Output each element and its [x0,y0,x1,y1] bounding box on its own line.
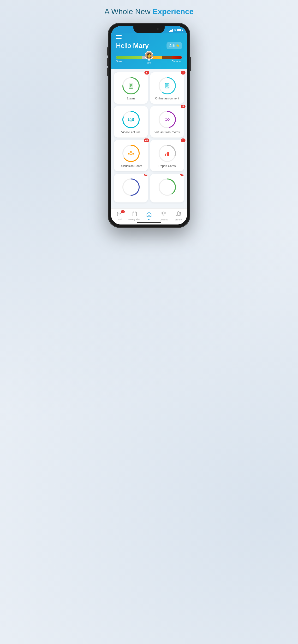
signal-bar-4 [172,29,173,32]
svg-rect-36 [168,152,169,156]
card-label-exams: Exams [126,97,135,100]
greeting-name: Mary [133,42,149,49]
svg-rect-35 [167,153,168,156]
nav-badge-mail: 11 [121,210,125,213]
hamburger-line-1 [116,35,122,36]
svg-rect-20 [130,121,132,122]
signal-bars [169,29,173,32]
icon-discussion-room [122,145,140,162]
progress-label-end: Diamond [172,60,182,63]
rating-badge: 4.5 ★ [167,42,182,49]
camera [157,28,159,30]
svg-rect-46 [133,214,134,214]
card-virtual-classrooms[interactable]: 8 Virtual ClassRooms [150,106,184,138]
home-dot [148,219,150,220]
nav-label-library: Library [175,218,182,221]
partial-grid: 31 13 [114,174,184,202]
icon-wrapper-video-lectures [122,111,140,128]
card-label-report-cards: Report Cards [159,164,176,168]
icon-video-lectures [122,111,140,128]
card-online-assignment[interactable]: 7 Online assignment [150,72,184,104]
main-grid: 6 Exams 7 Online assignment [114,72,184,171]
badge-partial-2: 13 [180,174,184,176]
phone-screen: ⊛ Hello Mary 4.5 [111,26,187,224]
nav-courses[interactable]: Courses [158,211,170,221]
battery-icon [177,29,182,32]
app-header: Hello Mary 4.5 ★ 👩 65% [111,33,187,69]
headline-prefix: A Whole New [104,7,153,16]
icon-wrapper-exams [122,77,140,94]
nav-label-mail: Mail [117,218,122,221]
card-label-virtual-classrooms: Virtual ClassRooms [155,130,180,134]
card-label-online-assignment: Online assignment [155,97,179,100]
icon-partial-1 [159,178,176,196]
card-report-cards[interactable]: 1 Report Cards [150,140,184,171]
nav-home[interactable] [143,212,155,220]
badge-report-cards: 1 [181,138,186,142]
badge-virtual-classrooms: 8 [181,105,186,108]
nav-label-courses: Courses [160,218,168,221]
progress-section: 👩 65% Green Diamond [116,56,182,63]
hamburger-line-2 [116,37,120,38]
headline-bold: Experience [153,7,194,16]
icon-wrapper-report-cards [159,145,176,162]
partial-card-partial-2[interactable]: 13 [150,174,184,202]
nav-mail[interactable]: 11 Mail [114,211,126,221]
badge-online-assignment: 7 [181,71,186,74]
svg-rect-48 [135,214,135,214]
progress-red [172,56,182,59]
phone-frame: ⊛ Hello Mary 4.5 [108,23,190,227]
svg-point-30 [128,152,129,154]
partial-card-partial-1[interactable]: 31 [114,174,148,202]
home-indicator [137,222,161,223]
greeting-prefix: Hello [116,42,133,49]
svg-rect-34 [165,154,166,156]
icon-wrapper-online-assignment [159,77,176,94]
badge-partial-1: 31 [144,174,148,176]
svg-rect-51 [179,212,181,216]
svg-rect-18 [128,118,133,121]
wifi-icon: ⊛ [174,28,176,32]
card-discussion-room[interactable]: 45 Discussion Room [114,140,148,171]
icon-wrapper-discussion-room [122,145,140,162]
headline: A Whole New Experience [104,7,194,16]
icon-virtual-classrooms [159,111,176,128]
status-icons: ⊛ [169,28,182,32]
svg-rect-2 [129,83,133,88]
signal-bar-2 [170,30,171,32]
svg-rect-47 [134,214,135,214]
badge-discussion-room: 45 [144,138,149,142]
rating-value: 4.5 [169,44,175,48]
page-wrapper: A Whole New Experience ⊛ [89,7,209,227]
icon-report-cards [159,145,176,162]
svg-rect-50 [178,212,179,216]
nav-weekly-plan[interactable]: Weekly Plan [128,211,140,221]
hamburger-line-3 [116,38,122,39]
signal-bar-3 [171,30,172,32]
card-label-discussion-room: Discussion Room [120,164,142,168]
hamburger-menu[interactable] [116,35,122,39]
greeting: Hello Mary [116,42,149,50]
icon-wrapper-partial-0 [122,178,140,196]
icon-wrapper-virtual-classrooms [159,111,176,128]
svg-rect-49 [176,212,177,216]
card-label-video-lectures: Video Lectures [121,130,140,134]
card-video-lectures[interactable]: Video Lectures [114,106,148,138]
icon-partial-0 [122,178,140,196]
icon-exams [122,77,140,94]
progress-labels: Green Diamond [116,60,182,63]
battery-fill [177,29,181,31]
progress-brown [162,56,172,59]
nav-icon-courses [161,211,166,218]
badge-exams: 6 [144,71,149,74]
nav-icon-weekly-plan [132,211,137,218]
star-icon: ★ [176,43,179,48]
signal-bar-1 [169,31,170,32]
nav-icon-home [146,212,152,218]
app-content: 6 Exams 7 Online assignment [111,69,187,208]
nav-icon-library [176,211,181,218]
avatar: 👩 [145,51,153,60]
nav-library[interactable]: Library [172,211,184,221]
nav-label-weekly-plan: Weekly Plan [128,218,140,221]
card-exams[interactable]: 6 Exams [114,72,148,104]
